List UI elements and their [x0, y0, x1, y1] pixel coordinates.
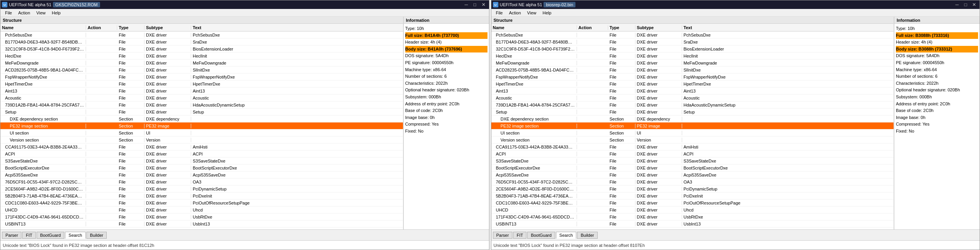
table-header-1: Name Action Type Subtype Text [0, 24, 403, 31]
table-row[interactable]: 171F43DC-C4D9-47A6-9641-65DDCDD5... File… [491, 213, 894, 220]
table-row[interactable]: 32C1C9F8-D53F-41C8-94D0-F6739F23... File… [491, 45, 894, 52]
table-body-2[interactable]: PchSebusDxe File DXE driver PchSebusDxe … [491, 31, 894, 229]
table-row[interactable]: 2CE5604F-A9B2-4D2E-8F0D-D1600C2E... File… [0, 185, 403, 192]
table-row[interactable]: HpetTimerDxe File DXE driver HpetTimerDx… [0, 80, 403, 87]
table-row[interactable]: Version section Section Version [491, 136, 894, 143]
close-btn-2[interactable]: ✕ [970, 2, 978, 8]
row-cell-subtype: DXE driver [635, 201, 682, 205]
table-row[interactable]: ACD28235-075B-48B5-9BA1-DA04FCAF... File… [491, 66, 894, 73]
menu-action-2[interactable]: Action [506, 10, 524, 16]
table-row[interactable]: 5B2B04F3-71AB-47B4-8EAE-4736EA19... File… [491, 192, 894, 199]
table-row[interactable]: CDC1C080-E603-4A42-9229-75F3BEFC... File… [491, 199, 894, 206]
row-cell-type: File [608, 222, 635, 226]
table-row[interactable]: PE32 image section Section PE32 image [0, 122, 403, 129]
table-row[interactable]: PE32 image section Section PE32 image [491, 122, 894, 129]
table-row[interactable]: S3SaveStateDxe File DXE driver S3SaveSta… [0, 157, 403, 164]
tab-fit-2[interactable]: FIT [513, 232, 527, 239]
tab-bootguard-2[interactable]: BootGuard [527, 232, 555, 239]
close-btn-1[interactable]: ✕ [480, 2, 487, 8]
tab-search-2[interactable]: Search [556, 232, 577, 239]
row-cell-text: Uhcd [191, 208, 403, 212]
table-row[interactable]: MeFwDowngrade File DXE driver MeFwDowngr… [0, 59, 403, 66]
table-row[interactable]: Acpi535SaveDxe File DXE driver Acpi535Sa… [491, 171, 894, 178]
table-row[interactable]: Setup File DXE driver Setup [0, 108, 403, 115]
table-row[interactable]: HeclDxe File DXE driver HeclInit [491, 52, 894, 59]
tab-parser-1[interactable]: Parser [2, 232, 21, 239]
row-cell-text: Acoustic [682, 96, 894, 100]
table-row[interactable]: DXE dependency section Section DXE depen… [0, 115, 403, 122]
maximize-btn-1[interactable]: □ [471, 2, 479, 8]
table-row[interactable]: CDC1C080-E603-4A42-9229-75F3BEFC... File… [0, 199, 403, 206]
table-row[interactable]: 5B2B04F3-71AB-47B4-8EAE-4736EA19... File… [0, 192, 403, 199]
table-row[interactable]: DXE dependency section Section DXE depen… [491, 115, 894, 122]
tab-search-1[interactable]: Search [65, 232, 86, 239]
row-cell-type: Section [117, 124, 144, 128]
table-row[interactable]: B177D4A9-D6E3-48A3-92F7-B548DBE7... File… [0, 38, 403, 45]
table-row[interactable]: FspWrapperNotifyDxe File DXE driver FspW… [491, 73, 894, 80]
minimize-btn-1[interactable]: ─ [463, 2, 470, 8]
row-cell-text: BootScriptExecutorDxe [682, 166, 894, 170]
filename-tab-2[interactable]: biosrep-02.bin [544, 2, 575, 7]
table-row[interactable]: PchSebusDxe File DXE driver PchSebusDxe [491, 31, 894, 38]
row-cell-text: OA3 [682, 180, 894, 184]
table-row[interactable]: 32C1C9F8-D53F-41C8-94D0-F6739F23... File… [0, 45, 403, 52]
tab-bootguard-1[interactable]: BootGuard [37, 232, 64, 239]
table-row[interactable]: Version section Section Version [0, 136, 403, 143]
table-row[interactable]: HpetTimerDxe File DXE driver HpetTimerDx… [491, 80, 894, 87]
table-row[interactable]: USBINT13 File DXE driver UsbInt13 [0, 220, 403, 227]
row-cell-text: AmiHsti [682, 145, 894, 149]
table-row[interactable]: B177D4A9-D6E3-48A3-92F7-B5480BE7... File… [491, 38, 894, 45]
table-row[interactable]: 171F43DC-C4D9-47A6-9641-65DDCDD5... File… [0, 213, 403, 220]
table-row[interactable]: BootScriptExecutorDxe File DXE driver Bo… [0, 164, 403, 171]
col-header-action-1: Action [86, 25, 117, 30]
table-row[interactable]: MeFwDowngrade File DXE driver MeFwDowngr… [491, 59, 894, 66]
minimize-btn-2[interactable]: ─ [953, 2, 961, 8]
table-row[interactable]: UI section Section UI [491, 129, 894, 136]
info-line: Subsystem: 000Bh [405, 94, 487, 101]
table-row[interactable]: ACPI File DXE driver ACPI [491, 150, 894, 157]
table-row[interactable]: HeclDxe File DXE driver HeclInit [0, 52, 403, 59]
table-row[interactable]: 76D5CF91-0C55-434F-97C2-D2825CB2... File… [491, 178, 894, 185]
table-row[interactable]: CCA91175-03E3-442A-B3B8-2E4A335C... File… [0, 143, 403, 150]
tab-fit-1[interactable]: FIT [22, 232, 36, 239]
table-row[interactable]: FspWrapperNotifyDxe File DXE driver FspW… [0, 73, 403, 80]
table-row[interactable]: UI section Section UI [0, 129, 403, 136]
table-row[interactable]: USBINT13 File DXE driver UsbInt13 [491, 220, 894, 227]
menu-action-1[interactable]: Action [15, 10, 33, 16]
table-body-1[interactable]: PchSebusDxe File DXE driver PchSebusDxe … [0, 31, 403, 229]
table-row[interactable]: ACPI File DXE driver ACPI [0, 150, 403, 157]
table-row[interactable]: 76D5CF91-0C55-434F-97C2-D2825CB2... File… [0, 178, 403, 185]
row-cell-name: PE32 image section [0, 124, 86, 128]
table-row[interactable]: 739D1A2B-FBA1-404A-8784-25CFA57B... File… [491, 101, 894, 108]
maximize-btn-2[interactable]: □ [962, 2, 969, 8]
menu-file-1[interactable]: File [2, 10, 15, 16]
table-row[interactable]: Acoustic File DXE driver Acoustic [0, 94, 403, 101]
table-row[interactable]: Setup File DXE driver Setup [491, 108, 894, 115]
menu-file-2[interactable]: File [493, 10, 506, 16]
table-row[interactable]: 2CE5604F-A9B2-4D2E-8F0D-D1600C2E... File… [491, 185, 894, 192]
menu-bar-1: File Action View Help [0, 9, 489, 17]
tab-builder-2[interactable]: Builder [577, 232, 597, 239]
menu-help-2[interactable]: Help [539, 10, 554, 16]
table-row[interactable]: PchSebusDxe File DXE driver PchSebusDxe [0, 31, 403, 38]
table-row[interactable]: UHCD File DXE driver Uhcd [491, 206, 894, 213]
tab-builder-1[interactable]: Builder [86, 232, 107, 239]
table-row[interactable]: Aint13 File DXE driver Aint13 [0, 87, 403, 94]
table-row[interactable]: S3SaveStateDxe File DXE driver S3SaveSta… [491, 157, 894, 164]
tab-parser-2[interactable]: Parser [493, 232, 512, 239]
table-row[interactable]: 739D1A2B-FBA1-404A-8784-25CFA57B... File… [0, 101, 403, 108]
table-row[interactable]: CCA91175-03E3-442A-B3B8-2E4A335C... File… [491, 143, 894, 150]
table-row[interactable]: Aint13 File DXE driver Aint13 [491, 87, 894, 94]
menu-view-2[interactable]: View [524, 10, 540, 16]
row-cell-subtype: DXE driver [144, 180, 191, 184]
table-row[interactable]: Acpi535SaveDxe File DXE driver Acpi535Sa… [0, 171, 403, 178]
table-row[interactable]: BootScriptExecutorDxe File DXE driver Bo… [491, 164, 894, 171]
menu-view-1[interactable]: View [33, 10, 49, 16]
table-row[interactable]: UHCD File DXE driver Uhcd [0, 206, 403, 213]
row-cell-subtype: DXE driver [635, 40, 682, 44]
table-row[interactable]: Acoustic File DXE driver Acoustic [491, 94, 894, 101]
table-row[interactable]: ACD28235-075B-48B5-9BA1-DA04FCAF... File… [0, 66, 403, 73]
filename-tab-1[interactable]: GKSCPi0ZN152.ROM [53, 2, 100, 7]
row-cell-text: Setup [682, 110, 894, 114]
menu-help-1[interactable]: Help [49, 10, 64, 16]
